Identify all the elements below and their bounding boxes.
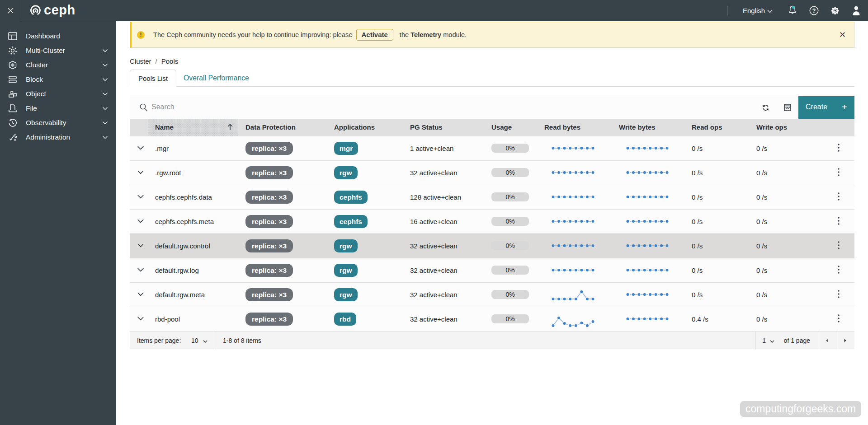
- svg-text:?: ?: [812, 8, 816, 14]
